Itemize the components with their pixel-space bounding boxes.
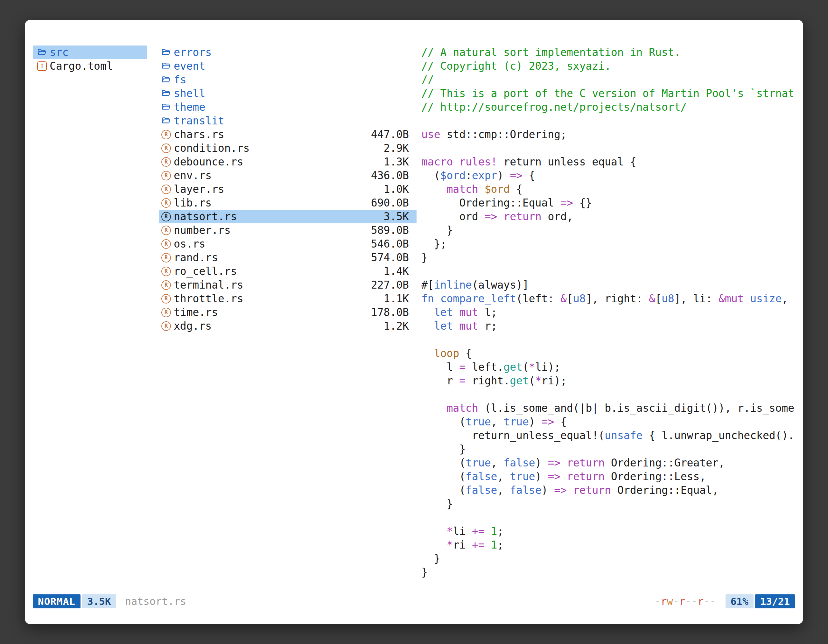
entry-size: 227.0B bbox=[371, 279, 409, 291]
entry-size: 2.9K bbox=[384, 142, 409, 154]
file-row[interactable]: Rnumber.rs589.0B bbox=[159, 223, 417, 237]
entry-size: 1.4K bbox=[384, 265, 409, 277]
permission-char: - bbox=[655, 595, 660, 607]
code-line: let mut l; bbox=[421, 306, 801, 319]
rust-file-icon: R bbox=[162, 171, 171, 180]
rust-file-icon: R bbox=[162, 308, 171, 317]
code-line: Ordering::Equal => {} bbox=[421, 196, 801, 210]
file-row[interactable]: Rthrottle.rs1.1K bbox=[159, 292, 417, 306]
rust-file-icon: R bbox=[162, 294, 171, 304]
status-filename: natsort.rs bbox=[125, 595, 187, 607]
code-line: (true, true) => { bbox=[421, 415, 801, 429]
code-line: } bbox=[421, 566, 801, 579]
code-line: ord => return ord, bbox=[421, 210, 801, 223]
folder-row[interactable]: event bbox=[159, 59, 417, 73]
entry-name: env.rs bbox=[174, 169, 212, 182]
rust-file-icon: R bbox=[162, 157, 171, 167]
file-row[interactable]: Renv.rs436.0B bbox=[159, 169, 417, 182]
folder-row[interactable]: translit bbox=[159, 114, 417, 128]
preview-pane: // A natural sort implementation in Rust… bbox=[421, 45, 801, 589]
rust-file-icon: R bbox=[162, 266, 171, 276]
entry-name: time.rs bbox=[174, 306, 218, 318]
entry-size: 546.0B bbox=[371, 238, 409, 250]
code-line: return_unless_equal!(unsafe { l.unwrap_u… bbox=[421, 429, 801, 442]
scroll-percentage: 61% bbox=[726, 594, 754, 608]
entry-name: debounce.rs bbox=[174, 155, 243, 168]
folder-row[interactable]: src bbox=[33, 45, 147, 59]
code-line: use std::cmp::Ordering; bbox=[421, 128, 801, 141]
file-row[interactable]: Rdebounce.rs1.3K bbox=[159, 155, 417, 169]
entry-name: ro_cell.rs bbox=[174, 265, 237, 277]
folder-icon bbox=[162, 102, 171, 112]
file-row[interactable]: Rro_cell.rs1.4K bbox=[159, 265, 417, 278]
entry-size: 178.0B bbox=[371, 306, 409, 318]
file-row[interactable]: Rterminal.rs227.0B bbox=[159, 278, 417, 292]
entry-name: number.rs bbox=[174, 224, 231, 237]
file-permissions: -rw-r--r-- bbox=[655, 595, 716, 607]
code-line: } bbox=[421, 223, 801, 237]
entry-name: throttle.rs bbox=[174, 292, 243, 305]
folder-row[interactable]: shell bbox=[159, 86, 417, 100]
entry-name: layer.rs bbox=[174, 183, 224, 195]
code-line: // http://sourcefrog.net/projects/natsor… bbox=[421, 100, 801, 114]
code-line: } bbox=[421, 552, 801, 566]
code-line: // bbox=[421, 73, 801, 86]
mode-indicator: NORMAL bbox=[33, 594, 80, 608]
file-size-chip: 3.5K bbox=[82, 594, 116, 608]
file-row[interactable]: Ros.rs546.0B bbox=[159, 237, 417, 251]
entry-name: os.rs bbox=[174, 238, 205, 250]
code-line: match (l.is_some_and(|b| b.is_ascii_digi… bbox=[421, 401, 801, 415]
code-line: // This is a port of the C version of Ma… bbox=[421, 86, 801, 100]
file-row[interactable]: Rlib.rs690.0B bbox=[159, 196, 417, 210]
code-line bbox=[421, 333, 801, 346]
code-line bbox=[421, 114, 801, 128]
entry-name: errors bbox=[174, 46, 212, 58]
entry-name: lib.rs bbox=[174, 197, 212, 209]
file-row[interactable]: Rtime.rs178.0B bbox=[159, 306, 417, 319]
file-row[interactable]: TCargo.toml bbox=[33, 59, 147, 73]
file-row[interactable]: Rnatsort.rs3.5K bbox=[159, 210, 417, 223]
file-row[interactable]: Rrand.rs574.0B bbox=[159, 251, 417, 265]
cursor-position: 13/21 bbox=[755, 594, 795, 608]
entry-name: event bbox=[174, 60, 205, 72]
folder-icon bbox=[162, 89, 171, 98]
entry-size: 1.2K bbox=[384, 320, 409, 332]
file-row[interactable]: Rcondition.rs2.9K bbox=[159, 141, 417, 155]
folder-icon bbox=[37, 48, 47, 57]
code-line: #[inline(always)] bbox=[421, 278, 801, 292]
code-line: loop { bbox=[421, 346, 801, 360]
code-line: } bbox=[421, 442, 801, 456]
file-row[interactable]: Rchars.rs447.0B bbox=[159, 128, 417, 141]
rust-file-icon: R bbox=[162, 321, 171, 331]
entry-name: rand.rs bbox=[174, 251, 218, 264]
entry-size: 447.0B bbox=[371, 128, 409, 141]
file-manager-panes: srcTCargo.toml errorseventfsshellthemetr… bbox=[33, 45, 795, 589]
code-line: l = left.get(*li); bbox=[421, 360, 801, 374]
folder-icon bbox=[162, 116, 171, 126]
permission-char: - bbox=[673, 595, 679, 607]
terminal-window: srcTCargo.toml errorseventfsshellthemetr… bbox=[25, 20, 803, 624]
folder-row[interactable]: fs bbox=[159, 73, 417, 86]
entry-name: xdg.rs bbox=[174, 320, 212, 332]
code-line: } bbox=[421, 497, 801, 511]
code-line bbox=[421, 511, 801, 524]
entry-size: 589.0B bbox=[371, 224, 409, 237]
folder-icon bbox=[162, 61, 171, 71]
folder-icon bbox=[162, 48, 171, 57]
file-row[interactable]: Rlayer.rs1.0K bbox=[159, 182, 417, 196]
entry-name: translit bbox=[174, 114, 224, 127]
rust-file-icon: R bbox=[162, 130, 171, 139]
permission-char: r bbox=[679, 595, 685, 607]
rust-file-icon: R bbox=[162, 212, 171, 221]
code-line: *ri += 1; bbox=[421, 538, 801, 552]
toml-file-icon: T bbox=[37, 61, 47, 71]
code-line: ($ord:expr) => { bbox=[421, 169, 801, 182]
code-line: (false, false) => return Ordering::Equal… bbox=[421, 483, 801, 497]
code-line: // A natural sort implementation in Rust… bbox=[421, 45, 801, 59]
entry-name: natsort.rs bbox=[174, 210, 237, 223]
folder-row[interactable]: errors bbox=[159, 45, 417, 59]
code-line: r = right.get(*ri); bbox=[421, 374, 801, 387]
entry-size: 3.5K bbox=[384, 210, 409, 223]
file-row[interactable]: Rxdg.rs1.2K bbox=[159, 319, 417, 333]
folder-row[interactable]: theme bbox=[159, 100, 417, 114]
